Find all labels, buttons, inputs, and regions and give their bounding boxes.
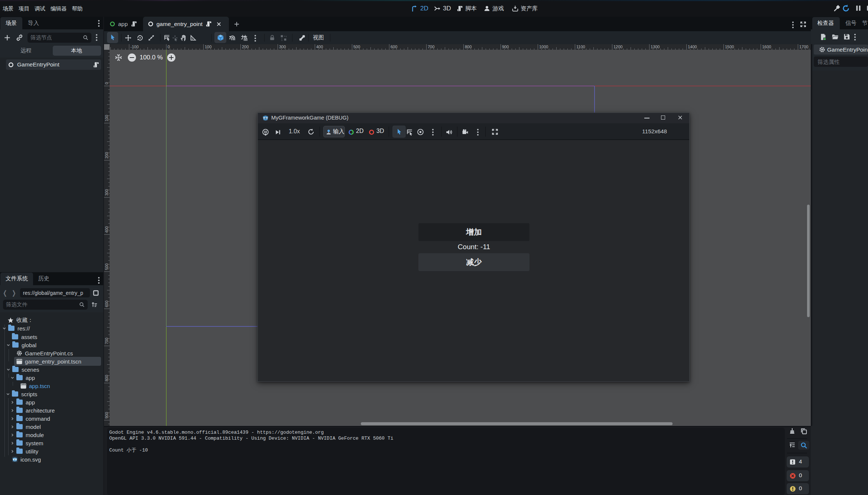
svg-text:700: 700	[104, 338, 109, 344]
svg-text:600: 600	[104, 300, 109, 307]
svg-text:800: 800	[104, 375, 109, 381]
svg-text:200: 200	[104, 152, 109, 159]
svg-text:200: 200	[242, 45, 249, 49]
svg-text:800: 800	[465, 45, 472, 49]
svg-text:600: 600	[391, 45, 397, 49]
svg-text:500: 500	[353, 45, 360, 49]
svg-text:1300: 1300	[651, 45, 660, 49]
svg-text:400: 400	[104, 226, 109, 233]
svg-text:1100: 1100	[576, 45, 585, 49]
svg-text:1400: 1400	[688, 45, 697, 49]
svg-text:0: 0	[104, 82, 109, 84]
svg-text:1700: 1700	[799, 45, 808, 49]
svg-text:0: 0	[168, 45, 170, 49]
svg-text:1500: 1500	[725, 45, 734, 49]
svg-text:1200: 1200	[613, 45, 622, 49]
svg-text:100: 100	[205, 45, 211, 49]
svg-text:-100: -100	[130, 45, 139, 49]
svg-text:300: 300	[279, 45, 286, 49]
svg-text:700: 700	[428, 45, 434, 49]
svg-text:1000: 1000	[539, 45, 548, 49]
svg-text:500: 500	[104, 263, 109, 270]
svg-text:100: 100	[104, 115, 109, 121]
svg-text:900: 900	[502, 45, 509, 49]
svg-text:300: 300	[104, 189, 109, 196]
svg-text:1600: 1600	[762, 45, 771, 49]
svg-text:400: 400	[316, 45, 323, 49]
svg-text:900: 900	[104, 412, 109, 419]
